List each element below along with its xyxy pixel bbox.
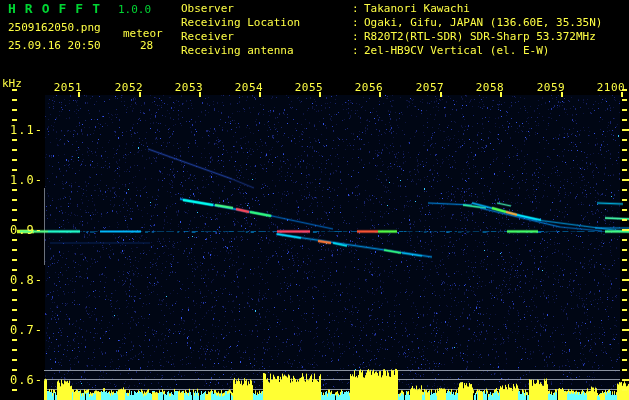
echo-count: 28	[140, 39, 153, 52]
info-colon: :	[352, 16, 359, 29]
freq-tick-label: 0.7-	[0, 323, 43, 337]
freq-tick-label: 1.1-	[0, 123, 43, 137]
location-value: Ogaki, Gifu, JAPAN (136.60E, 35.35N)	[364, 16, 602, 29]
time-tick-label: 2054	[235, 81, 264, 94]
time-tick-label: 2053	[175, 81, 204, 94]
freq-tick-label: 0.8-	[0, 273, 43, 287]
info-label: Observer	[181, 2, 234, 15]
freq-axis-unit: kHz	[2, 77, 22, 90]
info-colon: :	[352, 44, 359, 57]
time-tick-label: 2057	[416, 81, 445, 94]
receiver-value: R820T2(RTL-SDR) SDR-Sharp 53.372MHz	[364, 30, 596, 43]
antenna-value: 2el-HB9CV Vertical (el. E-W)	[364, 44, 549, 57]
app-title: HROFFT	[8, 1, 109, 16]
datetime-label: 25.09.16 20:50	[8, 39, 101, 52]
info-colon: :	[352, 2, 359, 15]
hrofft-screenshot: HROFFT 1.0.0 2509162050.png meteor 25.09…	[0, 0, 629, 400]
freq-tick-label: 0.9-	[0, 223, 43, 237]
observer-value: Takanori Kawachi	[364, 2, 470, 15]
info-colon: :	[352, 30, 359, 43]
time-tick-label: 2059	[537, 81, 566, 94]
time-tick-label: 2100	[597, 81, 626, 94]
time-tick-label: 2055	[295, 81, 324, 94]
app-version: 1.0.0	[118, 3, 151, 16]
spectrogram-canvas	[0, 0, 629, 400]
time-tick-label: 2056	[355, 81, 384, 94]
time-tick-label: 2058	[476, 81, 505, 94]
time-tick-label: 2051	[54, 81, 83, 94]
time-tick-label: 2052	[115, 81, 144, 94]
info-label: Receiving Location	[181, 16, 300, 29]
output-file-name: 2509162050.png	[8, 21, 101, 34]
freq-tick-label: 0.6-	[0, 373, 43, 387]
info-label: Receiver	[181, 30, 234, 43]
info-label: Receiving antenna	[181, 44, 294, 57]
freq-tick-label: 1.0-	[0, 173, 43, 187]
